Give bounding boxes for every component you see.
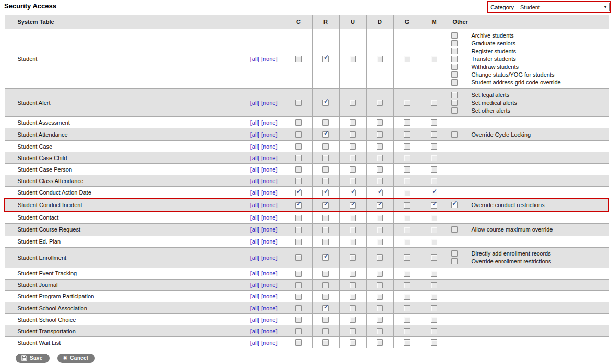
perm-checkbox-c[interactable] — [295, 155, 302, 161]
perm-checkbox-d[interactable] — [377, 317, 383, 323]
perm-checkbox-d[interactable] — [377, 282, 383, 288]
other-checkbox[interactable] — [451, 100, 458, 106]
perm-checkbox-g[interactable] — [404, 202, 410, 209]
perm-checkbox-c[interactable] — [295, 294, 302, 300]
perm-checkbox-c[interactable]: ✓ — [295, 202, 302, 209]
all-link[interactable]: [all] — [250, 339, 259, 346]
perm-checkbox-g[interactable] — [404, 271, 410, 277]
none-link[interactable]: [none] — [261, 238, 278, 245]
none-link[interactable]: [none] — [261, 131, 278, 138]
none-link[interactable]: [none] — [261, 254, 278, 261]
perm-checkbox-g[interactable] — [404, 166, 410, 173]
perm-checkbox-g[interactable] — [404, 131, 410, 138]
other-checkbox[interactable] — [451, 226, 458, 233]
perm-checkbox-r[interactable] — [322, 166, 329, 173]
perm-checkbox-c[interactable] — [295, 254, 302, 261]
perm-checkbox-d[interactable] — [377, 119, 383, 126]
none-link[interactable]: [none] — [261, 339, 278, 346]
perm-checkbox-c[interactable] — [295, 239, 302, 245]
none-link[interactable]: [none] — [261, 166, 278, 173]
perm-checkbox-g[interactable] — [404, 56, 410, 62]
perm-checkbox-u[interactable] — [350, 100, 356, 106]
perm-checkbox-u[interactable] — [350, 339, 356, 346]
perm-checkbox-d[interactable] — [377, 294, 383, 300]
all-link[interactable]: [all] — [250, 202, 259, 208]
perm-checkbox-u[interactable] — [350, 227, 356, 233]
perm-checkbox-u[interactable] — [350, 294, 356, 300]
other-checkbox[interactable] — [451, 92, 458, 98]
perm-checkbox-m[interactable] — [431, 178, 437, 184]
none-link[interactable]: [none] — [261, 214, 278, 221]
perm-checkbox-c[interactable]: ✓ — [295, 190, 302, 196]
perm-checkbox-c[interactable] — [295, 215, 302, 221]
all-link[interactable]: [all] — [250, 305, 259, 311]
perm-checkbox-c[interactable] — [295, 131, 302, 138]
perm-checkbox-r[interactable]: ✓ — [322, 131, 329, 138]
perm-checkbox-d[interactable] — [377, 339, 383, 346]
none-link[interactable]: [none] — [261, 56, 278, 62]
perm-checkbox-d[interactable] — [377, 131, 383, 138]
perm-checkbox-g[interactable] — [404, 178, 410, 184]
perm-checkbox-m[interactable] — [431, 215, 437, 221]
all-link[interactable]: [all] — [250, 317, 259, 323]
perm-checkbox-g[interactable] — [404, 328, 410, 334]
none-link[interactable]: [none] — [261, 189, 278, 196]
other-checkbox[interactable] — [451, 107, 458, 114]
perm-checkbox-d[interactable] — [377, 305, 383, 311]
perm-checkbox-m[interactable]: ✓ — [431, 202, 437, 209]
perm-checkbox-g[interactable] — [404, 227, 410, 233]
perm-checkbox-r[interactable] — [322, 227, 329, 233]
perm-checkbox-u[interactable] — [350, 131, 356, 138]
perm-checkbox-u[interactable] — [350, 143, 356, 150]
perm-checkbox-g[interactable] — [404, 215, 410, 221]
perm-checkbox-g[interactable] — [404, 282, 410, 288]
other-checkbox[interactable]: ✓ — [451, 202, 458, 208]
perm-checkbox-m[interactable] — [431, 131, 437, 138]
perm-checkbox-u[interactable] — [350, 317, 356, 323]
perm-checkbox-c[interactable] — [295, 100, 302, 106]
perm-checkbox-r[interactable] — [322, 239, 329, 245]
other-checkbox[interactable] — [451, 258, 458, 264]
perm-checkbox-r[interactable] — [322, 143, 329, 150]
perm-checkbox-d[interactable]: ✓ — [377, 190, 383, 196]
perm-checkbox-u[interactable] — [350, 166, 356, 173]
perm-checkbox-d[interactable] — [377, 328, 383, 334]
perm-checkbox-c[interactable] — [295, 317, 302, 323]
none-link[interactable]: [none] — [261, 202, 278, 208]
other-checkbox[interactable] — [451, 64, 458, 70]
perm-checkbox-g[interactable] — [404, 305, 410, 311]
perm-checkbox-g[interactable] — [404, 190, 410, 196]
perm-checkbox-r[interactable] — [322, 328, 329, 334]
none-link[interactable]: [none] — [261, 226, 278, 233]
perm-checkbox-r[interactable] — [322, 155, 329, 161]
other-checkbox[interactable] — [451, 56, 458, 62]
perm-checkbox-g[interactable] — [404, 254, 410, 261]
perm-checkbox-m[interactable] — [431, 282, 437, 288]
perm-checkbox-d[interactable] — [377, 215, 383, 221]
none-link[interactable]: [none] — [261, 143, 278, 150]
perm-checkbox-g[interactable] — [404, 143, 410, 150]
perm-checkbox-u[interactable] — [350, 178, 356, 184]
perm-checkbox-d[interactable] — [377, 155, 383, 161]
perm-checkbox-m[interactable] — [431, 119, 437, 126]
none-link[interactable]: [none] — [261, 282, 278, 288]
perm-checkbox-u[interactable]: ✓ — [350, 202, 356, 209]
perm-checkbox-u[interactable] — [350, 239, 356, 245]
perm-checkbox-r[interactable] — [322, 271, 329, 277]
perm-checkbox-g[interactable] — [404, 294, 410, 300]
perm-checkbox-d[interactable] — [377, 227, 383, 233]
perm-checkbox-m[interactable] — [431, 339, 437, 346]
cancel-button[interactable]: ✖ Cancel — [57, 354, 95, 363]
perm-checkbox-c[interactable] — [295, 339, 302, 346]
all-link[interactable]: [all] — [250, 270, 259, 276]
perm-checkbox-c[interactable] — [295, 271, 302, 277]
all-link[interactable]: [all] — [250, 143, 259, 150]
perm-checkbox-m[interactable] — [431, 305, 437, 311]
perm-checkbox-u[interactable] — [350, 215, 356, 221]
perm-checkbox-d[interactable] — [377, 166, 383, 173]
perm-checkbox-d[interactable] — [377, 56, 383, 62]
perm-checkbox-m[interactable] — [431, 294, 437, 300]
other-checkbox[interactable] — [451, 48, 458, 54]
none-link[interactable]: [none] — [261, 305, 278, 311]
perm-checkbox-u[interactable] — [350, 56, 356, 62]
